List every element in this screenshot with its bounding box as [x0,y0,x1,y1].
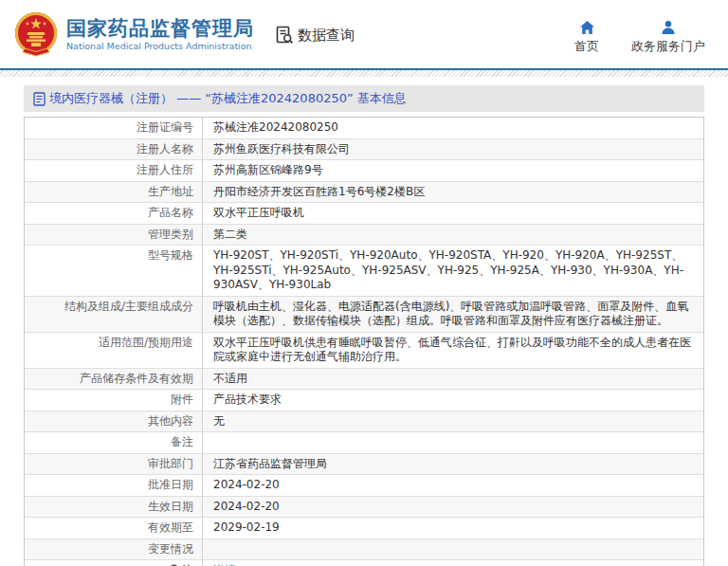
agency-titles: 国家药品监督管理局 National Medical Products Admi… [66,17,254,52]
table-row: 产品名称双水平正压呼吸机 [25,203,703,225]
row-value: 2024-02-20 [203,497,703,518]
page-title: 境内医疗器械（注册） —— “苏械注准20242080250” 基本信息 [49,90,407,107]
table-row: 结构及组成/主要组成成分呼吸机由主机、湿化器、电源适配器(含电源线)、呼吸管路或… [25,297,703,333]
row-value: 第二类 [203,225,703,246]
main-content: 境内医疗器械（注册） —— “苏械注准20242080250” 基本信息 注册证… [0,77,728,566]
row-value: 丹阳市经济开发区百胜路1号6号楼2楼B区 [203,182,703,203]
user-icon [661,20,676,35]
row-label: 产品储存条件及有效期 [25,369,203,390]
row-value: 2029-02-19 [203,518,703,539]
agency-name-zh: 国家药品监督管理局 [66,17,254,40]
row-label: 生效日期 [25,497,203,518]
row-label: 产品名称 [25,203,203,224]
table-row: 批准日期2024-02-20 [25,475,703,497]
row-label: 生产地址 [25,182,203,203]
table-row: 生产地址丹阳市经济开发区百胜路1号6号楼2楼B区 [25,182,703,204]
row-value: 双水平正压呼吸机供患有睡眠呼吸暂停、低通气综合征、打鼾以及呼吸功能不全的成人患者… [203,333,703,368]
row-value: 2024-02-20 [203,475,703,496]
page-title-bar: 境内医疗器械（注册） —— “苏械注准20242080250” 基本信息 [24,85,704,112]
site-header: 国家药品监督管理局 National Medical Products Admi… [0,0,728,68]
table-row: 注册人名称苏州鱼跃医疗科技有限公司 [25,139,703,161]
agency-name-en: National Medical Products Administration [66,40,254,52]
row-label: 结构及组成/主要组成成分 [25,297,203,332]
row-value: 双水平正压呼吸机 [203,203,703,224]
row-value: 详情 [203,560,703,566]
hatch-texture [0,70,728,77]
row-label: 适用范围/预期用途 [25,333,203,368]
table-row: 生效日期2024-02-20 [25,497,703,519]
row-value: 无 [203,411,703,432]
table-row: 审批部门江苏省药品监督管理局 [25,454,703,476]
table-row: 注册证编号苏械注准20242080250 [25,118,703,139]
agency-logo[interactable]: 国家药品监督管理局 National Medical Products Admi… [13,10,254,58]
table-row: 适用范围/预期用途双水平正压呼吸机供患有睡眠呼吸暂停、低通气综合征、打鼾以及呼吸… [25,333,703,369]
nav-item-gov-portal[interactable]: 政务服务门户 [631,20,705,55]
row-label: 注册人住所 [25,160,203,181]
row-label: 变更情况 [25,539,203,560]
nav-item-label: 首页 [574,38,599,55]
row-value: 苏械注准20242080250 [203,118,703,138]
row-value [203,539,703,560]
table-row: 有效期至2029-02-19 [25,518,703,539]
row-value: 江苏省药品监督管理局 [203,454,703,475]
home-icon [579,20,595,35]
row-label: 审批部门 [25,454,203,475]
table-row: 管理类别第二类 [25,225,703,246]
table-row: 其他内容无 [25,411,703,433]
document-icon [33,92,46,106]
row-label: 型号规格 [25,246,203,296]
row-label: 备注 [25,432,203,453]
row-value: 不适用 [203,369,703,390]
info-table: 注册证编号苏械注准20242080250注册人名称苏州鱼跃医疗科技有限公司注册人… [24,117,704,566]
table-row: 注详情 [25,560,703,566]
row-value: 产品技术要求 [203,390,703,411]
data-query-link[interactable]: 数据查询 [275,26,355,45]
table-row: 注册人住所苏州高新区锦峰路9号 [25,160,703,182]
row-label: 注册人名称 [25,139,203,160]
row-value: YH-920ST、YH-920STi、YH-920Auto、YH-920STA、… [203,246,703,296]
table-row: 型号规格YH-920ST、YH-920STi、YH-920Auto、YH-920… [25,246,703,297]
row-label: 管理类别 [25,225,203,246]
row-value: 呼吸机由主机、湿化器、电源适配器(含电源线)、呼吸管路或加温呼吸管路、面罩及附件… [203,297,703,332]
nav-item-label: 政务服务门户 [631,38,705,55]
national-emblem-icon [13,10,59,58]
table-row: 附件产品技术要求 [25,390,703,411]
table-row: 产品储存条件及有效期不适用 [25,369,703,391]
row-label: 批准日期 [25,475,203,496]
document-search-icon [275,26,294,45]
table-row: 备注 [25,432,703,454]
row-label: 有效期至 [25,518,203,539]
top-nav: 首页 政务服务门户 [574,14,705,55]
row-value [203,432,703,453]
row-label: 其他内容 [25,411,203,432]
nav-item-home[interactable]: 首页 [574,20,599,55]
table-row: 变更情况 [25,539,703,561]
row-value: 苏州高新区锦峰路9号 [203,160,703,181]
row-label: 附件 [25,390,203,411]
data-query-label: 数据查询 [298,27,355,45]
row-value: 苏州鱼跃医疗科技有限公司 [203,139,703,160]
row-label: 注 [25,560,203,566]
row-label: 注册证编号 [25,118,203,138]
